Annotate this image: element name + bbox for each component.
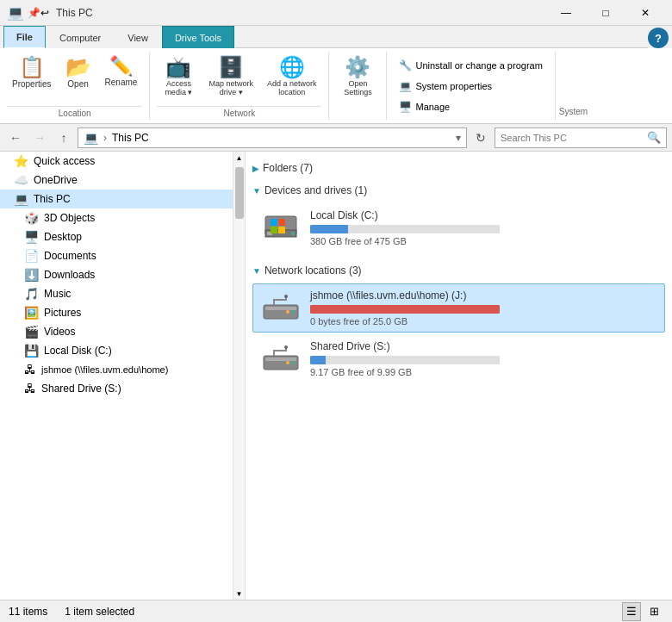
sidebar-item-label-videos: Videos xyxy=(44,326,75,338)
sidebar-item-shared-drive[interactable]: 🖧 Shared Drive (S:) xyxy=(0,379,233,398)
drive-item-jshmoe[interactable]: jshmoe (\\files.uvm.edu\home) (J:) 0 byt… xyxy=(252,283,665,333)
ribbon-network-items: 📺 Accessmedia ▾ 🗄️ Map networkdrive ▾ 🌐 … xyxy=(157,52,321,106)
uninstall-button[interactable]: 🔧 Uninstall or change a program xyxy=(394,57,547,74)
map-network-icon: 🗄️ xyxy=(218,57,244,78)
svg-rect-4 xyxy=(271,219,277,226)
sidebar: ⭐ Quick access ☁️ OneDrive 💻 This PC 🎲 3… xyxy=(0,152,246,600)
access-media-button[interactable]: 📺 Accessmedia ▾ xyxy=(157,55,200,98)
local-disk-c-free: 380 GB free of 475 GB xyxy=(310,236,657,246)
up-button[interactable]: ↑ xyxy=(53,128,74,148)
jshmoe-icon: 🖧 xyxy=(24,363,36,376)
svg-point-15 xyxy=(291,361,295,364)
sidebar-item-label-pictures: Pictures xyxy=(44,307,81,319)
shared-drive-s-name: Shared Drive (S:) xyxy=(310,340,657,352)
ribbon: 📋 Properties 📂 Open ✏️ Rename Location 📺… xyxy=(0,48,672,124)
manage-icon: 🖥️ xyxy=(399,101,412,113)
tab-file[interactable]: File xyxy=(3,26,46,48)
path-label: This PC xyxy=(112,132,149,144)
sidebar-item-3d-objects[interactable]: 🎲 3D Objects xyxy=(0,208,233,227)
jshmoe-free: 0 bytes free of 25.0 GB xyxy=(310,316,657,327)
map-network-button[interactable]: 🗄️ Map networkdrive ▾ xyxy=(203,55,258,98)
sidebar-item-this-pc[interactable]: 💻 This PC xyxy=(0,190,233,208)
drive-item-shared-drive[interactable]: Shared Drive (S:) 9.17 GB free of 9.99 G… xyxy=(252,334,665,383)
back-button[interactable]: ← xyxy=(5,128,26,148)
sidebar-item-onedrive[interactable]: ☁️ OneDrive xyxy=(0,171,233,190)
sidebar-scroll-thumb[interactable] xyxy=(235,167,244,219)
close-button[interactable]: ✕ xyxy=(625,0,665,26)
ribbon-group-location: 📋 Properties 📂 Open ✏️ Rename Location xyxy=(0,52,150,120)
network-section-header[interactable]: ▼ Network locations (3) xyxy=(252,261,665,280)
properties-label: Properties xyxy=(12,79,52,89)
view-tiles-button[interactable]: ⊞ xyxy=(644,602,663,621)
sidebar-item-jshmoe[interactable]: 🖧 jshmoe (\\files.uvm.edu\home) xyxy=(0,360,233,379)
title-bar-title: This PC xyxy=(56,7,93,19)
add-network-button[interactable]: 🌐 Add a networklocation xyxy=(262,55,322,98)
help-button[interactable]: ? xyxy=(648,28,669,48)
maximize-button[interactable]: □ xyxy=(586,0,625,26)
open-label: Open xyxy=(67,79,88,89)
sidebar-item-documents[interactable]: 📄 Documents xyxy=(0,246,233,265)
sidebar-scroll-down[interactable]: ▼ xyxy=(233,588,246,600)
properties-icon: 📋 xyxy=(19,57,45,78)
folders-section-title: Folders (7) xyxy=(263,162,313,174)
sidebar-scrollbar[interactable]: ▲ ▼ xyxy=(233,152,245,600)
svg-rect-6 xyxy=(271,227,277,233)
forward-button[interactable]: → xyxy=(29,128,50,148)
sidebar-scroll-up[interactable]: ▲ xyxy=(233,152,246,164)
sidebar-item-pictures[interactable]: 🖼️ Pictures xyxy=(0,303,233,322)
properties-button[interactable]: 📋 Properties xyxy=(7,55,57,90)
sidebar-item-label-3d-objects: 3D Objects xyxy=(44,212,95,224)
network-section-items: jshmoe (\\files.uvm.edu\home) (J:) 0 byt… xyxy=(252,280,665,389)
path-folder-icon: 💻 xyxy=(84,131,98,145)
folders-chevron: ▶ xyxy=(252,164,259,173)
rename-button[interactable]: ✏️ Rename xyxy=(100,55,143,89)
ribbon-group-system: ⚙️ OpenSettings 🔧 Uninstall or change a … xyxy=(329,52,555,120)
sidebar-item-local-disk[interactable]: 💾 Local Disk (C:) xyxy=(0,341,233,360)
jshmoe-progress-bg xyxy=(310,305,500,314)
sidebar-item-music[interactable]: 🎵 Music xyxy=(0,284,233,303)
svg-rect-7 xyxy=(278,227,285,233)
manage-label: Manage xyxy=(415,102,450,112)
open-button[interactable]: 📂 Open xyxy=(60,55,96,90)
minimize-button[interactable]: — xyxy=(546,0,586,26)
sidebar-item-downloads[interactable]: ⬇️ Downloads xyxy=(0,265,233,284)
address-path[interactable]: 💻 › This PC ▾ xyxy=(78,128,467,148)
open-settings-button[interactable]: ⚙️ OpenSettings xyxy=(336,55,379,98)
settings-icon: ⚙️ xyxy=(345,57,370,78)
svg-point-3 xyxy=(291,232,295,235)
ribbon-group-network: 📺 Accessmedia ▾ 🗄️ Map networkdrive ▾ 🌐 … xyxy=(150,52,329,120)
location-group-label: Location xyxy=(7,106,142,120)
tab-computer[interactable]: Computer xyxy=(47,26,114,48)
manage-button[interactable]: 🖥️ Manage xyxy=(394,98,547,115)
system-properties-button[interactable]: 💻 System properties xyxy=(394,78,547,95)
sidebar-item-videos[interactable]: 🎬 Videos xyxy=(0,322,233,341)
3d-objects-icon: 🎲 xyxy=(24,211,39,225)
folders-section-header[interactable]: ▶ Folders (7) xyxy=(252,159,665,177)
drive-icon-shared xyxy=(260,342,302,376)
sys-props-label: System properties xyxy=(415,81,492,91)
refresh-button[interactable]: ↻ xyxy=(470,128,491,148)
jshmoe-progress-fill xyxy=(310,305,500,314)
view-details-button[interactable]: ☰ xyxy=(622,602,641,621)
tab-drive-tools[interactable]: Drive Tools xyxy=(162,26,234,48)
drive-icon-jshmoe xyxy=(260,291,302,326)
sidebar-item-quick-access[interactable]: ⭐ Quick access xyxy=(0,152,233,171)
sidebar-item-label-downloads: Downloads xyxy=(44,269,95,281)
add-network-label: Add a networklocation xyxy=(267,79,317,96)
system-group-label: System xyxy=(556,107,672,120)
status-view-buttons: ☰ ⊞ xyxy=(622,602,663,621)
uninstall-icon: 🔧 xyxy=(399,59,412,72)
svg-point-16 xyxy=(286,361,289,364)
ribbon-group-location-items: 📋 Properties 📂 Open ✏️ Rename xyxy=(7,52,142,106)
map-network-label: Map networkdrive ▾ xyxy=(208,79,253,96)
search-input[interactable] xyxy=(501,133,644,143)
drive-item-local-disk-c[interactable]: Local Disk (C:) 380 GB free of 475 GB xyxy=(252,203,665,252)
sidebar-item-desktop[interactable]: 🖥️ Desktop xyxy=(0,227,233,246)
local-disk-c-progress-bg xyxy=(310,225,500,233)
sidebar-item-label-shared-drive: Shared Drive (S:) xyxy=(41,383,121,395)
tab-view[interactable]: View xyxy=(115,26,161,48)
uninstall-label: Uninstall or change a program xyxy=(415,60,542,71)
devices-section-header[interactable]: ▼ Devices and drives (1) xyxy=(252,181,665,200)
status-bar: 11 items 1 item selected ☰ ⊞ xyxy=(0,600,672,622)
title-bar: 💻 📌 ↩ This PC — □ ✕ xyxy=(0,0,672,26)
